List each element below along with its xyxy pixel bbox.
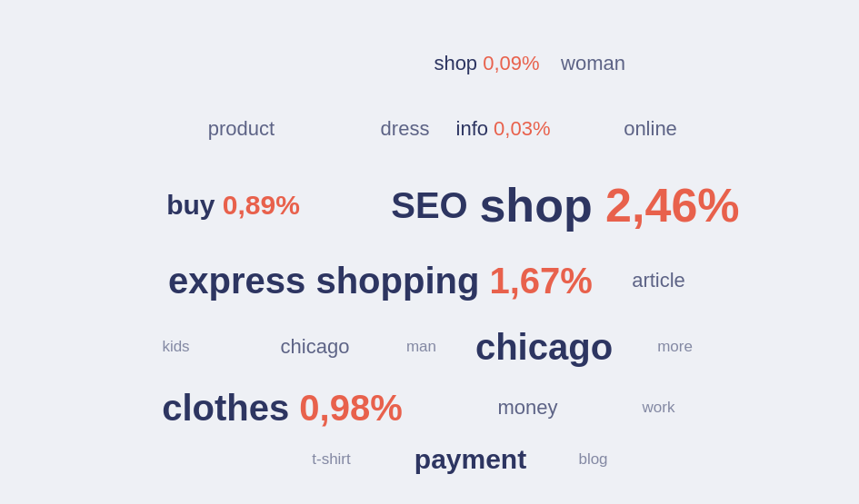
- word-text-product: product: [208, 117, 275, 140]
- word-kids: kids: [162, 338, 189, 356]
- word-clothes-percent: clothes 0,98%: [162, 388, 403, 429]
- word-text-chicago-small: chicago: [281, 335, 350, 358]
- word-text-dress: dress: [381, 117, 430, 140]
- word-article: article: [632, 269, 685, 292]
- word-text-info-percent: info: [456, 117, 488, 140]
- word-text-article: article: [632, 269, 685, 292]
- word-more: more: [657, 338, 693, 356]
- word-blog: blog: [578, 450, 607, 469]
- word-text-work: work: [643, 399, 675, 416]
- word-text-express-shopping: express shopping: [168, 260, 479, 300]
- word-text-buy-percent: buy: [166, 190, 215, 220]
- word-text-more: more: [657, 338, 693, 355]
- word-info-percent: info 0,03%: [456, 117, 551, 141]
- word-extra-shop-percent-big: 2,46%: [593, 179, 740, 232]
- word-text-seo: SEO: [391, 184, 467, 224]
- word-extra-express-shopping: 1,67%: [479, 260, 593, 300]
- word-text-blog: blog: [578, 450, 607, 468]
- word-chicago-small: chicago: [281, 335, 350, 359]
- word-shop-percent-big: shop 2,46%: [479, 178, 739, 232]
- word-text-payment: payment: [415, 444, 526, 474]
- word-extra-shop-percent-top: 0,09%: [477, 52, 540, 74]
- word-text-tshirt: t-shirt: [312, 450, 351, 468]
- word-buy-percent: buy 0,89%: [166, 190, 300, 221]
- word-text-kids: kids: [162, 338, 189, 355]
- word-extra-clothes-percent: 0,98%: [289, 388, 403, 428]
- word-payment: payment: [415, 444, 526, 475]
- word-dress: dress: [381, 117, 430, 141]
- word-text-man: man: [406, 338, 436, 355]
- word-woman: woman: [561, 52, 625, 75]
- word-product: product: [208, 117, 275, 141]
- word-man: man: [406, 338, 436, 356]
- word-seo: SEO: [391, 184, 467, 225]
- word-tshirt: t-shirt: [312, 450, 351, 469]
- word-text-shop-percent-top: shop: [434, 52, 477, 74]
- word-text-chicago-big: chicago: [475, 326, 613, 366]
- word-cloud: shop 0,09%womanproductdressinfo 0,03%onl…: [21, 16, 839, 489]
- word-online: online: [624, 117, 677, 141]
- word-money: money: [497, 396, 557, 420]
- word-text-online: online: [624, 117, 677, 140]
- word-extra-buy-percent: 0,89%: [215, 190, 299, 220]
- word-text-shop-percent-big: shop: [479, 179, 592, 232]
- word-text-clothes-percent: clothes: [162, 388, 289, 428]
- word-text-money: money: [497, 396, 557, 419]
- word-extra-info-percent: 0,03%: [488, 117, 551, 140]
- word-shop-percent-top: shop 0,09%: [434, 52, 539, 75]
- word-express-shopping: express shopping 1,67%: [168, 260, 593, 301]
- word-work: work: [643, 399, 675, 417]
- word-chicago-big: chicago: [475, 326, 613, 367]
- word-text-woman: woman: [561, 52, 625, 74]
